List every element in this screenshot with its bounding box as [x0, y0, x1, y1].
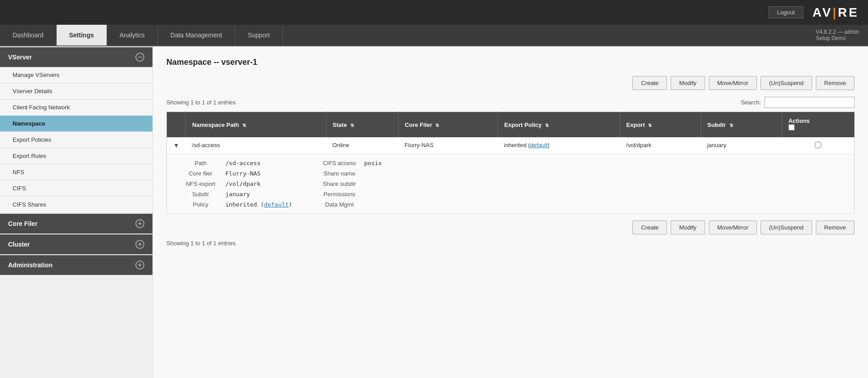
sidebar-section-cluster[interactable]: Cluster + — [0, 234, 152, 254]
unsuspend-button-top[interactable]: (Un)Suspend — [761, 76, 812, 90]
export-policy-sort-icon[interactable]: ⇅ — [545, 123, 549, 128]
avere-logo: AV|RE — [812, 5, 859, 20]
move-mirror-button-bottom[interactable]: Move/Mirror — [709, 220, 757, 234]
sidebar-section-administration[interactable]: Administration + — [0, 255, 152, 275]
row-state: Online — [326, 137, 398, 154]
row-expand-button[interactable]: ▼ — [173, 142, 179, 149]
tab-analytics[interactable]: Analytics — [107, 25, 158, 45]
detail-subdir-value: january — [225, 191, 250, 198]
tab-data-management[interactable]: Data Management — [158, 25, 235, 45]
version-text: V4.8.2.2 --- admin — [816, 29, 859, 35]
expanded-detail-nfs-export: NFS export /vol/dpark — [180, 180, 292, 187]
col-actions: Actions — [782, 112, 854, 138]
expanded-detail-data-mgmt: Data Mgmt — [319, 201, 382, 208]
row-expand-cell[interactable]: ▼ — [167, 137, 186, 154]
detail-cifs-access-value: posix — [364, 160, 382, 166]
expanded-col-left: Path /sd-access Core filer Flurry-NAS NF… — [180, 160, 292, 208]
expanded-detail-share-subdir: Share subdir — [319, 180, 382, 187]
col-expand — [167, 112, 186, 138]
col-core-filer[interactable]: Core Filer ⇅ — [398, 112, 498, 138]
tab-support[interactable]: Support — [235, 25, 283, 45]
row-actions-cell — [782, 137, 854, 154]
detail-nfs-export-label: NFS export — [180, 180, 221, 187]
sidebar-item-cifs-shares[interactable]: CIFS Shares — [0, 197, 152, 213]
col-state[interactable]: State ⇅ — [326, 112, 398, 138]
table-row: ▼ /sd-access Online Flurry-NAS inherited… — [167, 137, 855, 154]
modify-button-bottom[interactable]: Modify — [671, 220, 705, 234]
actions-header-checkbox[interactable] — [788, 124, 795, 130]
table-header-bar: Showing 1 to 1 of 1 entries Search: — [166, 97, 855, 108]
tab-settings[interactable]: Settings — [57, 25, 107, 45]
col-export[interactable]: Export ⇅ — [620, 112, 701, 138]
sidebar-section-cluster-label: Cluster — [8, 241, 30, 248]
create-button-top[interactable]: Create — [632, 76, 667, 90]
sidebar-section-vserver[interactable]: VServer − — [0, 47, 152, 67]
export-policy-link[interactable]: default — [530, 142, 548, 148]
col-namespace-path[interactable]: Namespace Path ⇅ — [186, 112, 326, 138]
setup-text: Setup Demo — [816, 35, 859, 41]
col-export-label: Export — [626, 122, 645, 128]
detail-data-mgmt-label: Data Mgmt — [319, 201, 360, 208]
row-checkbox[interactable] — [815, 142, 821, 148]
sidebar: VServer − Manage VServers Vserver Detail… — [0, 46, 153, 378]
sidebar-item-namespace[interactable]: Namespace — [0, 116, 152, 132]
row-export: /vol/dpark — [620, 137, 701, 154]
sidebar-item-manage-vservers[interactable]: Manage VServers — [0, 67, 152, 83]
sidebar-section-core-filer-label: Core Filer — [8, 220, 37, 227]
sidebar-section-core-filer[interactable]: Core Filer + — [0, 214, 152, 234]
col-subdir[interactable]: Subdir ⇅ — [701, 112, 782, 138]
modify-button-top[interactable]: Modify — [671, 76, 705, 90]
main-layout: VServer − Manage VServers Vserver Detail… — [0, 46, 868, 378]
expanded-detail-permissions: Permissions — [319, 191, 382, 198]
logout-button[interactable]: Logout — [769, 6, 804, 18]
col-core-filer-label: Core Filer — [405, 122, 432, 128]
top-action-bar: Create Modify Move/Mirror (Un)Suspend Re… — [166, 76, 855, 90]
detail-core-filer-value: Flurry-NAS — [225, 170, 260, 177]
core-filer-sort-icon[interactable]: ⇅ — [435, 123, 439, 128]
sidebar-item-cifs[interactable]: CIFS — [0, 180, 152, 197]
header-right: Logout AV|RE — [769, 5, 859, 20]
detail-share-name-label: Share name — [319, 170, 360, 177]
detail-nfs-export-value: /vol/dpark — [225, 180, 260, 187]
remove-button-top[interactable]: Remove — [816, 76, 855, 90]
sidebar-item-export-rules[interactable]: Export Rules — [0, 148, 152, 164]
remove-button-bottom[interactable]: Remove — [816, 220, 855, 234]
col-state-label: State — [333, 122, 347, 128]
sidebar-item-export-policies[interactable]: Export Policies — [0, 132, 152, 148]
content-area: Namespace -- vserver-1 Create Modify Mov… — [153, 46, 868, 378]
row-namespace-path: /sd-access — [186, 137, 326, 154]
unsuspend-button-bottom[interactable]: (Un)Suspend — [761, 220, 812, 234]
search-bar: Search: — [741, 97, 855, 108]
expanded-content-cell: Path /sd-access Core filer Flurry-NAS NF… — [167, 154, 855, 214]
subdir-sort-icon[interactable]: ⇅ — [729, 123, 733, 128]
entries-info-bottom: Showing 1 to 1 of 1 entries — [166, 240, 855, 247]
detail-policy-label: Policy — [180, 201, 221, 208]
sidebar-item-client-facing-network[interactable]: Client Facing Network — [0, 99, 152, 116]
detail-policy-value: inherited (default) — [225, 201, 292, 208]
sidebar-section-administration-label: Administration — [8, 261, 53, 269]
move-mirror-button-top[interactable]: Move/Mirror — [709, 76, 757, 90]
expanded-detail-subdir: Subdir january — [180, 191, 292, 198]
tab-dashboard[interactable]: Dashboard — [0, 25, 57, 45]
expanded-detail-cifs-access: CIFS access posix — [319, 160, 382, 166]
col-actions-label: Actions — [788, 117, 848, 124]
expanded-detail-path: Path /sd-access — [180, 160, 292, 166]
administration-expand-icon: + — [135, 261, 144, 270]
detail-core-filer-label: Core filer — [180, 170, 221, 177]
nav-info: V4.8.2.2 --- admin Setup Demo — [816, 25, 868, 45]
row-core-filer: Flurry-NAS — [398, 137, 498, 154]
detail-cifs-access-label: CIFS access — [319, 160, 360, 166]
create-button-bottom[interactable]: Create — [632, 220, 667, 234]
nav-tabs: Dashboard Settings Analytics Data Manage… — [0, 25, 868, 46]
detail-path-value: /sd-access — [225, 160, 260, 166]
search-input[interactable] — [765, 97, 855, 108]
namespace-path-sort-icon[interactable]: ⇅ — [242, 123, 246, 128]
sidebar-item-nfs[interactable]: NFS — [0, 164, 152, 180]
sidebar-item-vserver-details[interactable]: Vserver Details — [0, 83, 152, 99]
state-sort-icon[interactable]: ⇅ — [350, 123, 354, 128]
top-header: Logout AV|RE — [0, 0, 868, 25]
export-sort-icon[interactable]: ⇅ — [648, 123, 652, 128]
expanded-detail-share-name: Share name — [319, 170, 382, 177]
col-export-policy[interactable]: Export Policy ⇅ — [498, 112, 620, 138]
detail-policy-link[interactable]: default — [264, 201, 289, 208]
